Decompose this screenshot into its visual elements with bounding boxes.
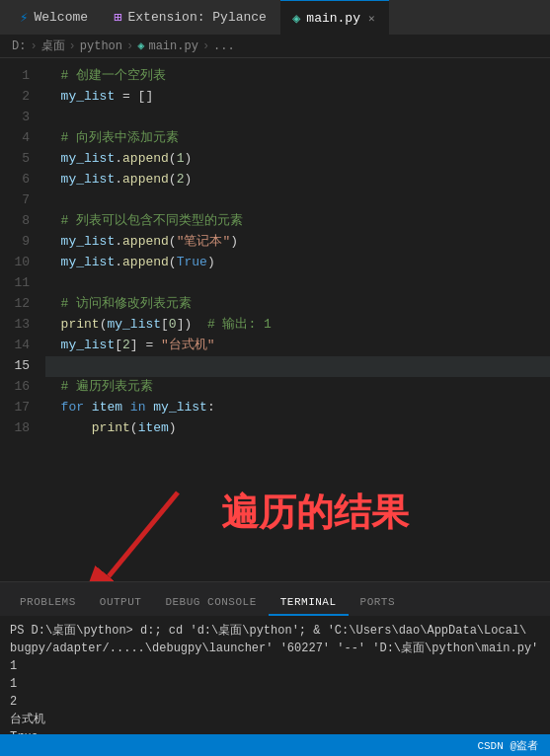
tab-terminal[interactable]: TERMINAL — [269, 590, 349, 616]
code-line-4: # 向列表中添加元素 — [45, 128, 550, 149]
extension-icon: ⊞ — [114, 9, 121, 26]
code-line-13: print(my_list[0]) # 输出: 1 — [45, 315, 550, 336]
code-line-15 — [45, 356, 550, 377]
annotation-area: 遍历的结果 — [0, 463, 550, 581]
tab-welcome[interactable]: ⚡ Welcome — [8, 0, 100, 35]
tab-main-label: main.py — [306, 11, 360, 26]
svg-line-1 — [109, 492, 178, 576]
code-line-8: # 列表可以包含不同类型的元素 — [45, 211, 550, 232]
code-line-9: my_list.append("笔记本") — [45, 232, 550, 253]
tab-bar: ⚡ Welcome ⊞ Extension: Pylance ◈ main.py… — [0, 0, 550, 35]
code-line-5: my_list.append(1) — [45, 149, 550, 170]
terminal-line-3: 1 — [10, 657, 540, 675]
code-line-7 — [45, 190, 550, 211]
tab-debug-console[interactable]: DEBUG CONSOLE — [153, 590, 268, 616]
tab-problems[interactable]: PROBLEMS — [8, 590, 88, 616]
terminal-line-2: bugpy/adapter/.....\debugpy\launcher' '6… — [10, 640, 540, 657]
status-bar-right-text: CSDN @盗者 — [477, 738, 538, 753]
python-file-icon: ◈ — [292, 10, 300, 27]
code-line-11 — [45, 273, 550, 294]
line-numbers: 12345 678910 1112131415 161718 — [0, 58, 38, 463]
code-line-16: # 遍历列表元素 — [45, 377, 550, 398]
code-line-14: my_list[2] = "台式机" — [45, 336, 550, 356]
code-line-1: # 创建一个空列表 — [45, 66, 550, 87]
tab-output[interactable]: OUTPUT — [88, 590, 154, 616]
code-content[interactable]: # 创建一个空列表 my_list = [] # 向列表中添加元素 my_lis… — [38, 58, 550, 463]
python-icon: ◈ — [137, 38, 144, 53]
code-line-18: print(item) — [45, 418, 550, 439]
terminal-line-1: PS D:\桌面\python> d:; cd 'd:\桌面\python'; … — [10, 622, 540, 640]
status-bar: CSDN @盗者 — [0, 734, 550, 756]
vscode-icon: ⚡ — [20, 9, 28, 26]
code-line-6: my_list.append(2) — [45, 170, 550, 190]
code-editor[interactable]: 12345 678910 1112131415 161718 # 创建一个空列表… — [0, 58, 550, 463]
tab-ports[interactable]: PORTS — [349, 590, 408, 616]
close-icon[interactable]: ✕ — [366, 12, 377, 25]
tab-welcome-label: Welcome — [34, 10, 88, 25]
panel-tab-bar: PROBLEMS OUTPUT DEBUG CONSOLE TERMINAL P… — [0, 581, 550, 616]
code-line-12: # 访问和修改列表元素 — [45, 294, 550, 315]
tab-main-py[interactable]: ◈ main.py ✕ — [280, 0, 389, 35]
terminal-line-4: 1 — [10, 675, 540, 693]
code-line-10: my_list.append(True) — [45, 253, 550, 273]
code-line-2: my_list = [] — [45, 87, 550, 108]
tab-pylance-label: Extension: Pylance — [127, 10, 266, 25]
tab-pylance[interactable]: ⊞ Extension: Pylance — [102, 0, 278, 35]
terminal-line-6: 台式机 — [10, 711, 540, 728]
code-line-3 — [45, 108, 550, 128]
code-line-17: for item in my_list: — [45, 398, 550, 418]
annotation-text: 遍历的结果 — [221, 488, 409, 538]
terminal-line-5: 2 — [10, 693, 540, 711]
breadcrumb: D: › 桌面 › python › ◈ main.py › ... — [0, 35, 550, 58]
